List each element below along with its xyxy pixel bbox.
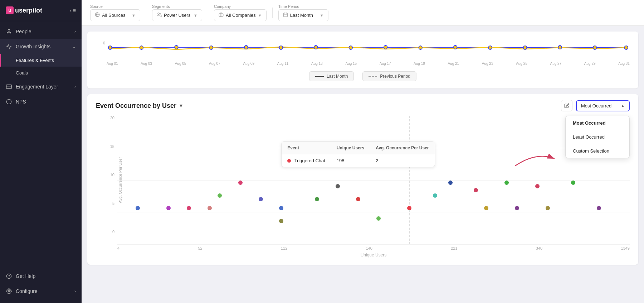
scatter-dot [187,206,191,210]
scatter-canvas: Event Unique Users Avg. Occurrence Per U… [117,116,630,245]
company-filter-group: Company All Companies ▼ [214,4,267,21]
time-period-icon [283,12,288,18]
sidebar-nav: People › Growth Insights ⌄ Features & Ev… [0,21,82,264]
chart-xaxis-label: Aug 07 [209,62,220,66]
people-chevron: › [74,29,76,34]
source-select[interactable]: All Sources ▼ [90,9,140,21]
scatter-xaxis-label: 340 [536,246,542,250]
scatter-dot [571,181,575,185]
company-select[interactable]: All Companies ▼ [214,9,267,21]
sidebar-item-people[interactable]: People › [0,24,82,39]
option-most-occurred[interactable]: Most Occurred [566,116,629,130]
scatter-header: Event Occurrence by User ▼ Most Occurred… [96,100,630,111]
sidebar-item-nps[interactable]: NPS [0,94,82,109]
y-label-20: 20 [110,116,114,120]
chart-xaxis-label: Aug 15 [345,62,357,66]
source-value: All Sources [102,13,126,18]
occurrence-dropdown-menu: Most Occurred Least Occurred Custom Sele… [565,116,630,158]
sidebar-item-configure[interactable]: Configure › [0,284,82,299]
svg-point-27 [488,46,492,49]
scatter-dot [376,216,381,221]
company-value: All Companies [226,13,256,18]
option-least-occurred[interactable]: Least Occurred [566,130,629,144]
configure-label: Configure [16,288,38,294]
tooltip-event-label: Triggered Chat [294,158,325,163]
divider-2 [208,8,208,18]
legend-previous-period[interactable]: Previous Period [362,71,416,81]
scatter-dot [433,193,437,198]
scatter-dot [238,181,243,185]
divider-3 [272,8,273,18]
segments-label: Segments [152,4,202,9]
scatter-dot [259,197,263,201]
scatter-dot [474,188,478,192]
sidebar-toggle[interactable]: ‹ ≡ [70,8,76,13]
svg-point-24 [384,45,387,49]
chart-xaxis-label: Aug 17 [380,62,391,66]
chart-xaxis-label: Aug 23 [482,62,493,66]
segments-filter-group: Segments Power Users ▼ [152,4,202,21]
growth-chevron: ⌄ [72,44,76,49]
source-filter-group: Source All Sources ▼ [90,4,140,21]
legend-last-month[interactable]: Last Month [309,71,354,81]
most-occurred-label: Most Occurred [573,120,606,126]
svg-rect-10 [219,14,223,16]
scatter-xaxis-label: 221 [451,246,457,250]
least-occurred-label: Least Occurred [573,134,605,140]
y-label-10: 10 [110,173,114,177]
chart-xaxis-label: Aug 25 [516,62,527,66]
time-period-select[interactable]: Last Month ▼ [278,9,328,21]
svg-point-19 [210,46,213,49]
chart-xaxis-label: Aug 27 [550,62,561,66]
svg-point-20 [244,45,248,49]
source-icon [95,12,100,18]
growth-label: Growth Insights [16,44,50,49]
svg-point-29 [558,45,562,49]
sidebar-bottom: Get Help Configure › [0,264,82,303]
scatter-dot [484,206,488,210]
sidebar-item-features-events[interactable]: Features & Events [0,54,82,67]
tooltip-row: Triggered Chat 198 2 [282,154,434,167]
scatter-xaxis-label: 140 [366,246,372,250]
svg-point-22 [314,45,318,49]
goals-label: Goals [16,70,28,76]
occurrence-dropdown-arrow: ▲ [621,104,625,108]
scatter-yaxis: 20 15 10 5 0 [96,116,117,245]
svg-rect-11 [283,13,287,17]
scatter-dot [504,181,509,185]
legend-last-month-label: Last Month [327,74,348,79]
content-area: 0 [82,26,644,303]
grid-line-5 [117,212,630,212]
sidebar-item-growth-insights[interactable]: Growth Insights ⌄ [0,39,82,54]
y-label-0: 0 [112,230,114,234]
scatter-plot-area: 20 15 10 5 0 Avg. Occurrence Per User [96,116,630,245]
chart-xaxis-label: Aug 05 [175,62,186,66]
tooltip-table: Event Unique Users Avg. Occurrence Per U… [282,142,434,167]
segments-select[interactable]: Power Users ▼ [152,9,202,21]
sidebar-item-goals[interactable]: Goals [0,67,82,79]
occurrence-dropdown[interactable]: Most Occurred ▲ [576,100,630,111]
scatter-dot [356,197,360,201]
configure-chevron: › [74,289,76,294]
edit-button[interactable] [561,100,572,111]
chart-xaxis-label: Aug 03 [141,62,152,66]
sidebar-item-engagement[interactable]: Engagement Layer › [0,79,82,94]
svg-point-0 [8,29,10,31]
scatter-dot [336,184,340,188]
scatter-dot [597,206,601,210]
people-label: People [16,29,31,34]
svg-rect-1 [6,85,12,89]
custom-selection-label: Custom Selection [573,148,609,154]
scatter-dot-triggered-chat[interactable] [407,206,411,210]
sidebar-item-get-help[interactable]: Get Help [0,269,82,284]
chart-xaxis-label: Aug 31 [618,62,630,66]
scatter-xaxis-label: 112 [281,246,287,250]
nps-icon [6,98,12,105]
occurrence-dropdown-value: Most Occurred [581,103,611,109]
chart-xaxis-label: Aug 29 [584,62,596,66]
chart-xaxis-label: Aug 09 [243,62,254,66]
chart-xaxis-label: Aug 13 [311,62,323,66]
option-custom-selection[interactable]: Custom Selection [566,144,629,158]
company-icon [219,12,224,18]
scatter-controls: Most Occurred ▲ [561,100,630,111]
